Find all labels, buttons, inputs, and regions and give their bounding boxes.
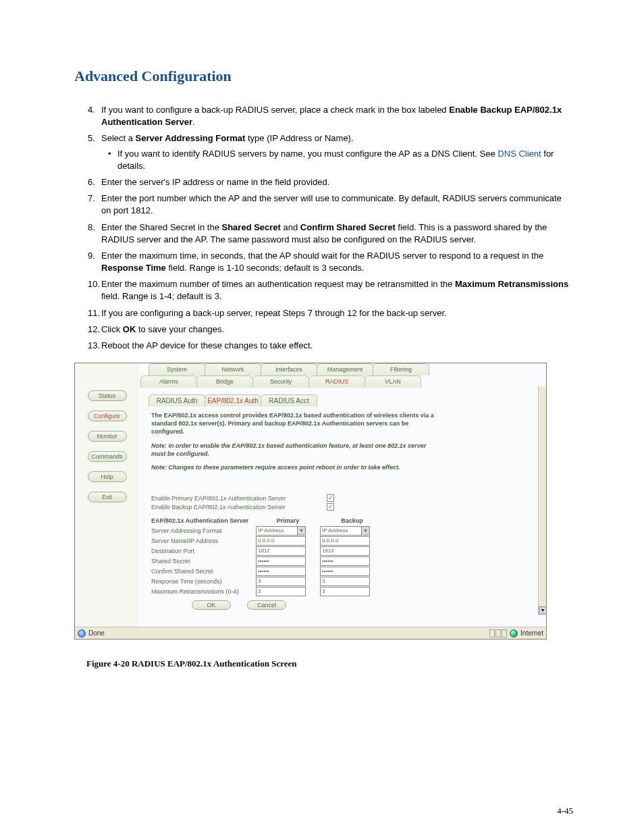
cancel-button[interactable]: Cancel: [247, 600, 286, 610]
label-enable-primary: Enable Primary EAP/802.1x Authentication…: [151, 495, 300, 502]
step-9: 9. Enter the maximum time, in seconds, t…: [88, 250, 573, 274]
label-addr-format: Server Addressing Format: [151, 527, 256, 534]
section-heading: Advanced Configuration: [74, 68, 573, 85]
ok-button[interactable]: OK: [192, 600, 231, 610]
input-primary-resp[interactable]: 3: [256, 577, 306, 586]
tab-alarms[interactable]: Alarms: [140, 375, 197, 388]
embedded-screenshot: Status Configure Monitor Commands Help E…: [74, 363, 547, 640]
input-backup-resp[interactable]: 3: [320, 577, 370, 586]
select-backup-addr-format[interactable]: IP Address▼: [320, 526, 370, 536]
step-10: 10. Enter the maximum number of times an…: [88, 278, 573, 303]
tab-network[interactable]: Network: [205, 363, 261, 375]
globe-icon: [510, 629, 518, 637]
input-backup-secret[interactable]: ••••••: [320, 556, 370, 566]
chevron-down-icon: ▼: [361, 527, 369, 535]
input-primary-port[interactable]: 1812: [256, 546, 306, 556]
tab-filtering[interactable]: Filtering: [373, 363, 429, 375]
step-11: 11.If you are configuring a back-up serv…: [88, 307, 573, 319]
figure-caption: Figure 4-20 RADIUS EAP/802.1x Authentica…: [86, 658, 573, 669]
panel-note-2: Note: Changes to these parameters requir…: [151, 464, 435, 472]
col-primary: Primary: [256, 517, 320, 524]
step-7: 7.Enter the port number which the AP and…: [88, 192, 573, 217]
input-primary-confirm[interactable]: ••••••: [256, 567, 306, 576]
status-internet: Internet: [520, 629, 543, 637]
dns-client-link[interactable]: DNS Client: [498, 149, 541, 159]
checkbox-enable-backup[interactable]: ✓: [327, 503, 334, 511]
label-enable-backup: Enable Backup EAP/802.1x Authentication …: [151, 504, 300, 511]
input-backup-confirm[interactable]: ••••••: [320, 567, 370, 576]
panel-description: The EAP/802.1x access control provides E…: [151, 412, 435, 436]
step-13: 13.Reboot the AP device for these change…: [88, 340, 573, 352]
input-backup-ip[interactable]: 0.0.0.0: [320, 536, 370, 546]
subtab-eap-auth[interactable]: EAP/802.1x Auth: [205, 394, 261, 407]
sidebar-monitor[interactable]: Monitor: [88, 431, 127, 442]
step-8: 8. Enter the Shared Secret in the Shared…: [88, 221, 573, 246]
tab-security[interactable]: Security: [252, 375, 309, 388]
step-4: 4. If you want to configure a back-up RA…: [88, 104, 573, 128]
checkbox-enable-primary[interactable]: ✓: [327, 494, 334, 502]
tab-bridge[interactable]: Bridge: [196, 375, 253, 388]
scrollbar[interactable]: ▼: [538, 386, 546, 615]
tab-vlan[interactable]: VLAN: [365, 375, 421, 388]
step-12: 12. Click OK to save your changes.: [88, 323, 573, 336]
select-primary-addr-format[interactable]: IP Address▼: [256, 526, 306, 536]
step-6: 6.Enter the server's IP address or name …: [88, 176, 573, 188]
col-backup: Backup: [320, 517, 384, 524]
tab-radius[interactable]: RADIUS: [308, 375, 365, 388]
sidebar-commands[interactable]: Commands: [88, 451, 127, 462]
label-retrans: Maximum Retransmissions (0-4): [151, 588, 256, 595]
chevron-down-icon: ▼: [297, 527, 305, 535]
instruction-list: 4. If you want to configure a back-up RA…: [74, 104, 573, 352]
step-5-sub: If you want to identify RADIUS servers b…: [116, 148, 573, 172]
tab-interfaces[interactable]: Interfaces: [261, 363, 317, 375]
input-primary-retrans[interactable]: 3: [256, 587, 306, 596]
page-number: 4-45: [557, 806, 573, 816]
label-response-time: Response Time (seconds): [151, 578, 256, 585]
status-done: Done: [88, 629, 105, 637]
input-primary-secret[interactable]: ••••••: [256, 556, 306, 566]
sidebar: Status Configure Monitor Commands Help E…: [75, 363, 139, 627]
subtab-radius-acct[interactable]: RADIUS Acct: [261, 394, 317, 407]
tab-management[interactable]: Management: [317, 363, 373, 375]
col-server: EAP/802.1x Authentication Server: [151, 517, 256, 524]
sidebar-help[interactable]: Help: [88, 471, 127, 482]
sidebar-configure[interactable]: Configure: [88, 411, 127, 421]
input-backup-port[interactable]: 1812: [320, 546, 370, 556]
sidebar-status[interactable]: Status: [88, 390, 127, 401]
sidebar-exit[interactable]: Exit: [88, 492, 127, 502]
ie-icon: [78, 629, 86, 637]
step-5: 5. Select a Server Addressing Format typ…: [88, 132, 573, 172]
panel-note-1: Note: In order to enable the EAP/802.1x …: [151, 442, 435, 458]
input-backup-retrans[interactable]: 3: [320, 587, 370, 596]
label-secret: Shared Secret: [151, 558, 256, 565]
status-bar: Done Internet: [75, 627, 546, 639]
input-primary-ip[interactable]: 0.0.0.0: [256, 536, 306, 546]
label-name-ip: Server Name/IP Address: [151, 538, 256, 544]
scroll-down-icon[interactable]: ▼: [539, 606, 547, 615]
label-confirm-secret: Confirm Shared Secret: [151, 568, 256, 575]
tab-system[interactable]: System: [149, 363, 205, 375]
label-port: Destination Port: [151, 548, 256, 554]
subtab-radius-auth[interactable]: RADIUS Auth: [149, 394, 205, 407]
